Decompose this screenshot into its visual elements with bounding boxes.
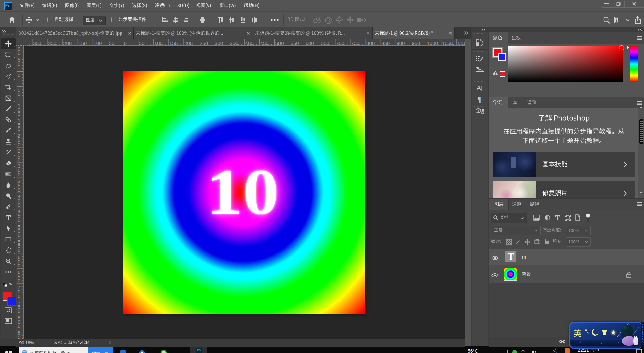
svg-text:0: 0 <box>18 278 20 283</box>
svg-text:200: 200 <box>63 40 72 46</box>
svg-text:150: 150 <box>78 40 87 46</box>
svg-text:1000: 1000 <box>427 40 438 46</box>
svg-text:800: 800 <box>366 40 375 46</box>
svg-text:300: 300 <box>215 40 223 46</box>
svg-text:250: 250 <box>48 40 56 46</box>
svg-text:0: 0 <box>18 157 20 162</box>
svg-text:0: 0 <box>18 293 20 299</box>
svg-text:0: 0 <box>18 172 20 178</box>
svg-text:0: 0 <box>18 50 20 56</box>
svg-text:0: 0 <box>18 187 20 193</box>
svg-text:0: 0 <box>18 72 20 78</box>
svg-text:450: 450 <box>260 40 268 46</box>
svg-text:0: 0 <box>18 308 20 314</box>
svg-text:0: 0 <box>18 111 20 117</box>
svg-text:950: 950 <box>412 40 420 46</box>
svg-text:100: 100 <box>93 40 102 46</box>
svg-text:1050: 1050 <box>442 40 453 46</box>
svg-text:0: 0 <box>18 91 20 97</box>
svg-text:700: 700 <box>336 40 344 46</box>
svg-text:100: 100 <box>154 40 163 46</box>
svg-text:0: 0 <box>18 247 20 253</box>
svg-text:650: 650 <box>321 40 329 46</box>
svg-text:0: 0 <box>18 232 20 238</box>
svg-text:0: 0 <box>18 263 20 268</box>
svg-text:600: 600 <box>306 40 314 46</box>
svg-text:0: 0 <box>18 126 20 132</box>
svg-text:50: 50 <box>109 40 114 46</box>
svg-text:750: 750 <box>351 40 359 46</box>
svg-text:250: 250 <box>200 40 208 46</box>
svg-text:5: 5 <box>18 334 20 339</box>
svg-text:500: 500 <box>275 40 284 46</box>
svg-text:350: 350 <box>230 40 238 46</box>
svg-text:150: 150 <box>169 40 178 46</box>
svg-text:300: 300 <box>33 40 41 46</box>
svg-text:1100: 1100 <box>457 40 465 46</box>
svg-text:550: 550 <box>291 40 299 46</box>
svg-text:0: 0 <box>18 202 20 208</box>
svg-text:0: 0 <box>18 61 20 67</box>
svg-text:200: 200 <box>184 40 193 46</box>
svg-text:850: 850 <box>381 40 390 46</box>
svg-text:0: 0 <box>18 323 20 329</box>
svg-text:900: 900 <box>396 40 405 46</box>
svg-text:400: 400 <box>245 40 253 46</box>
svg-text:0: 0 <box>18 142 20 147</box>
svg-text:0: 0 <box>18 217 20 223</box>
svg-text:50: 50 <box>139 40 145 46</box>
